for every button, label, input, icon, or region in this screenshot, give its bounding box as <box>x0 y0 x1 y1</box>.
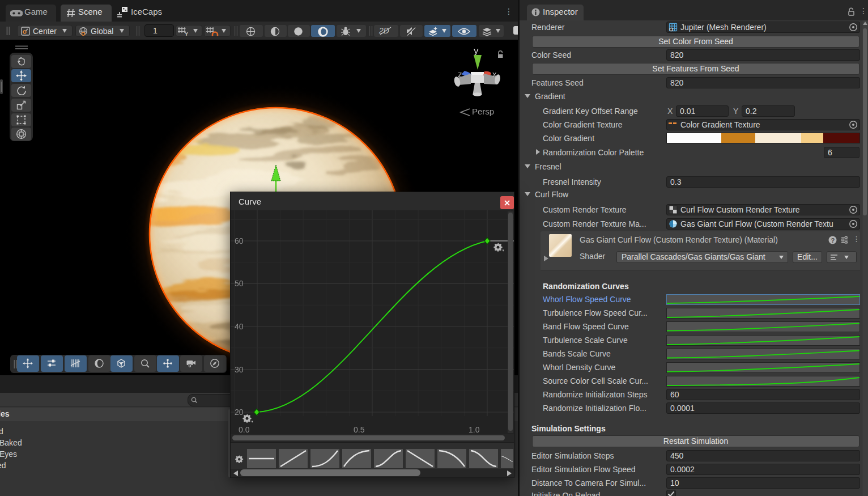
svg-text:?: ? <box>831 237 835 244</box>
svg-text:z: z <box>458 69 462 79</box>
svg-text:y: y <box>474 45 479 56</box>
svg-text:Y: Y <box>185 31 188 36</box>
svg-text:x: x <box>492 69 497 79</box>
svg-text:Persp: Persp <box>472 107 494 116</box>
